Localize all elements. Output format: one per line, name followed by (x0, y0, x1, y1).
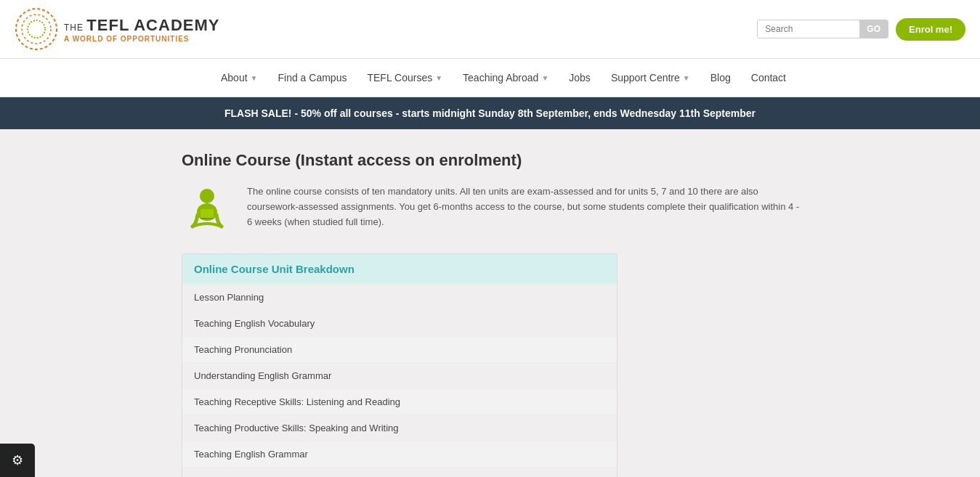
nav-item-jobs[interactable]: Jobs (559, 59, 601, 97)
unit-breakdown: Online Course Unit Breakdown Lesson Plan… (182, 253, 617, 477)
unit-item: Teaching English Vocabulary (182, 310, 617, 336)
page-title: Online Course (Instant access on enrolme… (182, 151, 806, 170)
unit-item: Principles of Teaching English as a Fore… (182, 467, 617, 477)
search-bar[interactable]: GO (757, 20, 888, 38)
svg-point-3 (200, 189, 214, 203)
nav-item-support[interactable]: Support Centre ▼ (601, 59, 700, 97)
unit-item: Teaching Pronunciation (182, 336, 617, 362)
svg-rect-6 (201, 218, 214, 219)
chevron-down-icon: ▼ (251, 74, 258, 82)
svg-rect-5 (201, 209, 214, 218)
nav-item-about[interactable]: About ▼ (211, 59, 268, 97)
main-nav: About ▼ Find a Campus TEFL Courses ▼ Tea… (0, 59, 980, 97)
header-actions: GO Enrol me! (757, 18, 965, 41)
chevron-down-icon: ▼ (683, 74, 690, 82)
logo-icon (15, 7, 58, 51)
unit-item: Teaching English Grammar (182, 441, 617, 467)
search-input[interactable] (758, 20, 859, 38)
student-icon (182, 184, 232, 235)
main-content: Online Course (Instant access on enrolme… (167, 129, 821, 477)
search-go-button[interactable]: GO (859, 20, 888, 38)
course-description: The online course consists of ten mandat… (247, 184, 806, 235)
unit-breakdown-header: Online Course Unit Breakdown (182, 254, 617, 284)
chevron-down-icon: ▼ (541, 74, 548, 82)
nav-item-contact[interactable]: Contact (741, 59, 796, 97)
unit-item: Teaching Productive Skills: Speaking and… (182, 415, 617, 441)
nav-item-teaching-abroad[interactable]: Teaching Abroad ▼ (453, 59, 559, 97)
svg-point-1 (22, 15, 51, 44)
logo-text: THE TEFL ACADEMY A WORLD OF OPPORTUNITIE… (64, 16, 219, 43)
flash-sale-banner: FLASH SALE! - 50% off all courses - star… (0, 97, 980, 129)
enrol-button[interactable]: Enrol me! (896, 18, 965, 41)
course-intro: The online course consists of ten mandat… (182, 184, 806, 235)
chevron-down-icon: ▼ (435, 74, 442, 82)
unit-item: Lesson Planning (182, 284, 617, 310)
nav-item-blog[interactable]: Blog (700, 59, 741, 97)
settings-icon: ⚙ (12, 453, 23, 468)
cookie-settings-bar[interactable]: ⚙ (0, 444, 35, 477)
logo-area[interactable]: THE TEFL ACADEMY A WORLD OF OPPORTUNITIE… (15, 7, 219, 51)
nav-item-find-campus[interactable]: Find a Campus (268, 59, 357, 97)
site-header: THE TEFL ACADEMY A WORLD OF OPPORTUNITIE… (0, 0, 980, 59)
unit-item: Understanding English Grammar (182, 362, 617, 388)
unit-item: Teaching Receptive Skills: Listening and… (182, 388, 617, 415)
svg-point-2 (28, 20, 45, 38)
nav-item-tefl-courses[interactable]: TEFL Courses ▼ (357, 59, 453, 97)
